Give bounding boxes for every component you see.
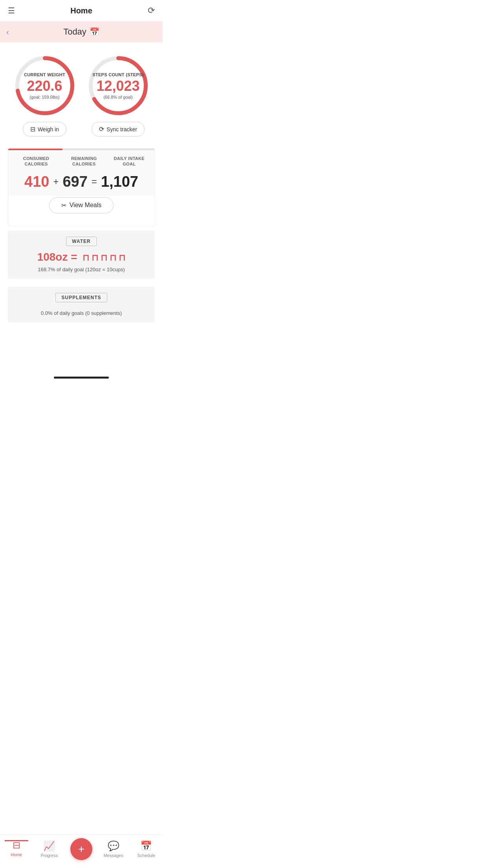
date-bar: ‹ Today 📅 [0,21,163,42]
equals-operator: = [92,176,97,187]
supplements-sub-text: 0.0% of daily goals (0 supplements) [14,310,149,316]
calories-values: 410 + 697 = 1,107 [8,170,154,196]
cup-2: ⊓ [92,253,98,263]
back-button[interactable]: ‹ [6,28,9,37]
plus-operator: + [53,176,59,187]
weight-value: 220.6 [27,78,62,94]
steps-metric: STEPS COUNT (STEPS) 12,023 (66.8% of goa… [87,54,150,136]
weight-circle: CURRENT WEIGHT 220.6 (goal: 159.0lbs) [13,54,76,117]
water-sub-text: 168.7% of daily goal (120oz = 10cups) [14,267,149,272]
date-label: Today [63,27,86,37]
consumed-calories-label: CONSUMED CALORIES [12,156,60,167]
daily-goal-label: DAILY INTAKE GOAL [108,156,150,167]
remaining-calories-label: REMAINING CALORIES [60,156,108,167]
steps-circle: STEPS COUNT (STEPS) 12,023 (66.8% of goa… [87,54,150,117]
water-value-row: 108oz = ⊓ ⊓ ⊓ ⊓ ⊓ [14,251,149,263]
steps-value: 12,023 [96,78,139,94]
sync-tracker-icon: ⟳ [99,125,104,133]
weigh-in-button[interactable]: ⊟ Weigh in [23,122,66,136]
water-amount: 108oz [37,251,68,263]
supplements-section: SUPPLEMENTS 0.0% of daily goals (0 suppl… [8,287,155,322]
weigh-in-label: Weigh in [38,126,59,132]
home-indicator [54,377,109,379]
calories-labels: CONSUMED CALORIES REMAINING CALORIES DAI… [8,150,154,170]
app-header: ☰ Home ⟳ [0,0,163,21]
water-equals: = [71,251,77,263]
steps-goal: (66.8% of goal) [103,95,133,99]
water-tag: WATER [66,237,96,246]
menu-icon[interactable]: ☰ [8,6,15,15]
weight-goal: (goal: 159.0lbs) [30,95,60,99]
weigh-in-icon: ⊟ [30,125,35,133]
water-cups-icons: ⊓ ⊓ ⊓ ⊓ ⊓ [83,253,125,263]
cup-3: ⊓ [101,253,107,263]
page-title: Home [70,6,92,15]
calories-tab-bar [8,149,154,150]
cup-4: ⊓ [110,253,116,263]
cup-1: ⊓ [83,253,89,263]
consumed-value: 410 [24,173,49,190]
calendar-icon[interactable]: 📅 [90,27,99,37]
goal-value: 1,107 [101,173,138,190]
view-meals-label: View Meals [70,202,102,209]
inactive-tab [62,149,154,150]
view-meals-button[interactable]: ✂ View Meals [49,197,114,213]
metrics-row: CURRENT WEIGHT 220.6 (goal: 159.0lbs) ⊟ … [0,42,163,144]
water-section: WATER 108oz = ⊓ ⊓ ⊓ ⊓ ⊓ 168.7% of daily … [8,230,155,279]
sync-tracker-button[interactable]: ⟳ Sync tracker [92,122,145,136]
steps-label: STEPS COUNT (STEPS) [92,72,143,77]
weight-metric: CURRENT WEIGHT 220.6 (goal: 159.0lbs) ⊟ … [13,54,76,136]
calories-section: CONSUMED CALORIES REMAINING CALORIES DAI… [8,148,155,226]
supplements-tag: SUPPLEMENTS [55,293,107,302]
sync-tracker-label: Sync tracker [106,126,137,132]
cup-5: ⊓ [119,253,125,263]
active-tab-indicator [8,149,62,150]
remaining-value: 697 [62,173,87,190]
sync-icon[interactable]: ⟳ [148,6,155,16]
weight-label: CURRENT WEIGHT [24,72,65,77]
meals-icon: ✂ [61,202,66,209]
